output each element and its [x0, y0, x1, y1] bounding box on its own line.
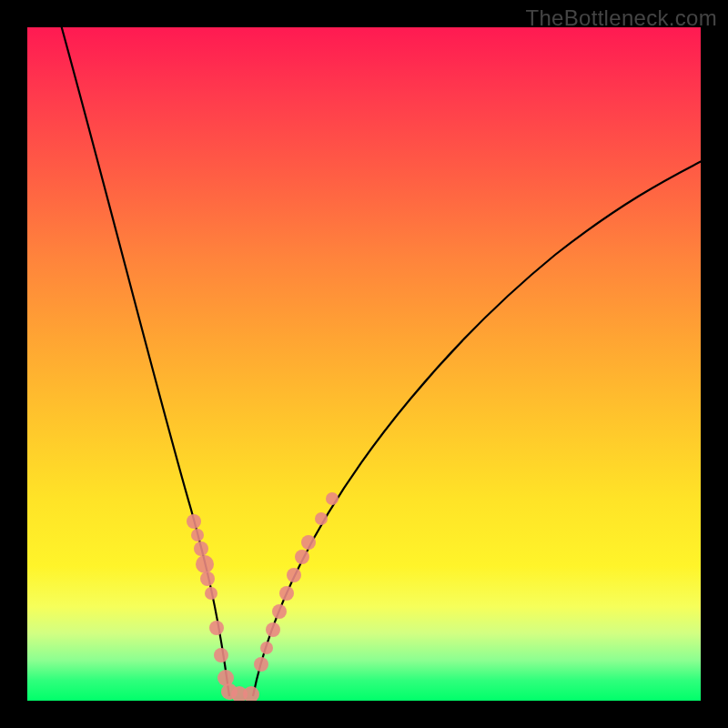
data-point: [243, 686, 259, 701]
data-point: [326, 492, 339, 505]
data-point: [287, 568, 301, 582]
data-point: [200, 571, 215, 586]
watermark-text: TheBottleneck.com: [525, 5, 717, 31]
data-point: [260, 642, 273, 654]
data-point: [266, 622, 280, 637]
data-point: [187, 514, 201, 529]
marker-layer: [187, 492, 339, 701]
right-curve: [253, 159, 701, 696]
data-point: [205, 587, 217, 600]
data-point: [301, 535, 316, 550]
data-point: [272, 604, 287, 619]
data-point: [209, 621, 224, 635]
data-point: [295, 550, 309, 564]
left-curve: [59, 27, 229, 696]
data-point: [191, 529, 204, 541]
plot-area: [27, 27, 701, 701]
chart-frame: TheBottleneck.com: [0, 0, 728, 728]
data-point: [196, 555, 214, 573]
data-point: [254, 657, 268, 672]
data-point: [214, 648, 228, 662]
data-point: [279, 586, 294, 601]
data-point: [315, 512, 328, 525]
chart-svg: [27, 27, 701, 701]
data-point: [194, 541, 208, 556]
